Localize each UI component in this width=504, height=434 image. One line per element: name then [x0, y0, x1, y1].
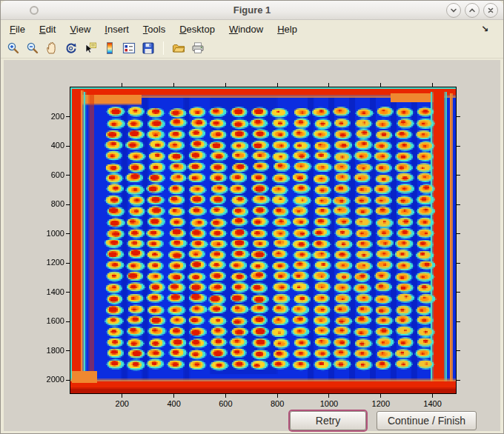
x-tick	[277, 394, 278, 398]
y-tick-label: 1000	[36, 229, 64, 238]
x-tick-top	[225, 83, 226, 87]
window-title: Figure 1	[1, 4, 503, 16]
dock-figure-icon[interactable]: ↘	[481, 24, 488, 34]
y-tick	[66, 292, 70, 293]
x-tick-top	[173, 83, 174, 87]
y-tick-right	[457, 380, 460, 381]
window-controls	[446, 3, 498, 18]
y-tick-label: 800	[36, 199, 64, 209]
menubar: FileEditViewInsertToolsDesktopWindowHelp	[1, 21, 503, 38]
y-tick	[66, 116, 70, 117]
save-icon[interactable]	[142, 41, 155, 55]
y-tick	[66, 350, 70, 351]
y-tick	[66, 233, 70, 234]
y-tick-label: 400	[36, 141, 64, 150]
x-tick-label: 1400	[417, 399, 449, 409]
x-tick-top	[328, 83, 329, 87]
colorbar-icon[interactable]	[103, 41, 116, 55]
y-tick	[66, 380, 70, 381]
data-cursor-icon[interactable]	[84, 41, 97, 55]
y-tick-label: 1800	[36, 346, 64, 355]
rotate-3d-icon[interactable]	[64, 41, 78, 55]
figure-content: 2004006008001000120014002004006008001000…	[1, 59, 503, 433]
y-tick-label: 1400	[36, 287, 64, 297]
y-tick-right	[457, 146, 460, 147]
minimize-button[interactable]	[446, 3, 461, 18]
maximize-button[interactable]	[465, 3, 480, 18]
x-tick-label: 1000	[313, 399, 345, 409]
open-folder-icon[interactable]	[172, 41, 185, 55]
heatmap-image[interactable]	[70, 87, 456, 393]
titlebar: Figure 1	[1, 1, 503, 20]
y-tick-right	[457, 175, 460, 176]
y-tick-right	[457, 321, 460, 322]
x-tick-label: 600	[209, 399, 242, 409]
toolbar	[1, 38, 503, 59]
figure-window: Figure 1 FileEditViewInsertToolsDesktopW…	[0, 0, 504, 434]
x-tick-label: 800	[261, 399, 294, 409]
continue-finish-button[interactable]: Continue / Finish	[377, 411, 477, 430]
y-tick-label: 2000	[36, 375, 64, 384]
retry-button[interactable]: Retry	[290, 411, 366, 430]
x-tick-top	[122, 83, 122, 87]
x-tick-top	[277, 83, 278, 87]
print-icon[interactable]	[191, 41, 205, 55]
menu-help[interactable]: Help	[277, 24, 297, 35]
y-tick-right	[457, 204, 460, 205]
x-tick	[225, 394, 226, 398]
menu-insert[interactable]: Insert	[105, 24, 129, 35]
y-tick-label: 1200	[36, 258, 64, 267]
y-tick	[66, 175, 70, 176]
insert-legend-icon[interactable]	[122, 41, 136, 55]
axes-box	[70, 87, 457, 394]
menu-edit[interactable]: Edit	[39, 24, 56, 35]
menu-window[interactable]: Window	[229, 24, 263, 35]
y-tick-right	[457, 116, 460, 117]
x-tick-top	[380, 83, 381, 87]
y-tick-right	[457, 263, 460, 264]
close-button[interactable]	[483, 3, 498, 18]
menu-file[interactable]: File	[10, 24, 25, 35]
x-tick-top	[432, 83, 433, 87]
x-tick-label: 400	[158, 399, 190, 409]
x-tick	[173, 394, 174, 398]
y-tick-label: 600	[36, 170, 64, 180]
menu-view[interactable]: View	[70, 24, 90, 35]
x-tick	[122, 394, 122, 398]
y-tick-label: 1600	[36, 316, 64, 326]
pan-icon[interactable]	[45, 41, 59, 55]
y-tick-label: 200	[36, 112, 64, 121]
x-tick-label: 1200	[365, 399, 397, 409]
y-tick-right	[457, 233, 460, 234]
toolbar-separator	[163, 41, 164, 55]
zoom-out-icon[interactable]	[26, 41, 39, 55]
y-tick	[66, 263, 70, 264]
zoom-in-icon[interactable]	[7, 41, 20, 55]
menu-desktop[interactable]: Desktop	[179, 24, 215, 35]
x-tick-label: 200	[106, 399, 139, 409]
menu-tools[interactable]: Tools	[143, 24, 165, 35]
y-tick	[66, 204, 70, 205]
y-tick	[66, 146, 70, 147]
y-tick	[66, 321, 70, 322]
x-tick	[328, 394, 329, 398]
x-tick	[432, 394, 433, 398]
y-tick-right	[457, 292, 460, 293]
x-tick	[380, 394, 381, 398]
y-tick-right	[457, 350, 460, 351]
